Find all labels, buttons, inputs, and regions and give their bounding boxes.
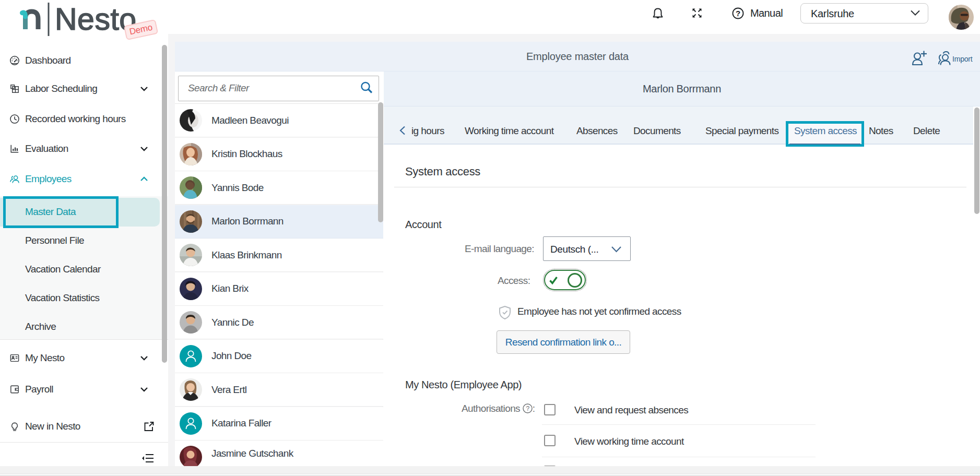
svg-text:?: ? <box>736 9 740 18</box>
svg-text:?: ? <box>526 405 529 412</box>
